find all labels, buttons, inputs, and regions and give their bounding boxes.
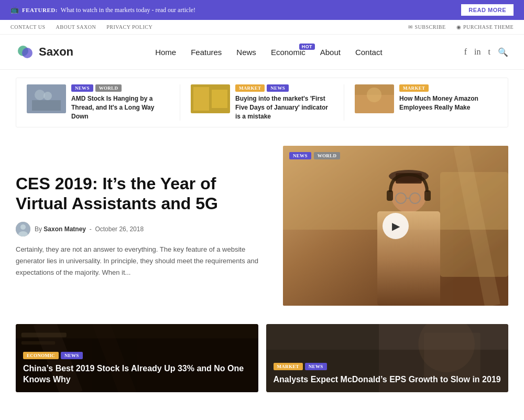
tag-group-3: MARKET [399,84,497,92]
svg-rect-7 [193,87,209,111]
hero-article-title: CES 2019: It’s the Year of Virtual Assis… [16,174,267,214]
featured-thumb-1 [27,84,66,113]
tag-news-1: NEWS [71,84,93,92]
tag-market-3: MARKET [399,84,429,92]
card-overlay-2: MARKET NEWS Analysts Expect McDonald’s E… [266,324,509,392]
nav-contact[interactable]: Contact [355,48,383,57]
featured-item-1[interactable]: NEWS WORLD AMD Stock Is Hanging by a Thr… [16,84,180,121]
nav-features[interactable]: Features [191,48,222,57]
twitter-icon[interactable]: t [488,47,490,57]
svg-point-11 [367,88,381,102]
bottom-card-1[interactable]: ECONOMIC NEWS China’s Best 2019 Stock Is… [16,324,258,392]
hero-tag-news: NEWS [289,152,311,159]
svg-rect-8 [212,90,227,108]
hero-tags: NEWS WORLD [289,152,340,159]
contact-us-link[interactable]: CONTACT US [10,24,46,30]
bottom-card-2[interactable]: MARKET NEWS Analysts Expect McDonald’s E… [266,324,509,392]
svg-point-3 [35,90,45,100]
subscribe-item[interactable]: ✉ SUBSCRIBE [408,24,445,30]
main-nav: Home Features News EconomicHOT About Con… [155,48,383,57]
top-banner: 📺 FEATURED: What to watch in the markets… [0,0,524,20]
facebook-icon[interactable]: f [464,47,467,57]
meta-text: By Saxon Matney - October 26, 2018 [35,225,144,233]
search-button[interactable]: 🔍 [498,47,508,57]
utility-links: CONTACT US ABOUT SAXON PRIVACY POLICY [10,24,152,30]
card-title-1: China’s Best 2019 Stock Is Already Up 33… [23,363,251,385]
logo[interactable]: Saxon [16,42,73,61]
email-icon: ✉ [408,24,413,30]
svg-point-13 [20,224,26,230]
featured-thumb-2 [191,84,230,113]
featured-title-2: Buying into the market's 'First Five Day… [235,94,333,121]
tag-group-2: MARKET NEWS [235,84,333,92]
svg-rect-21 [387,190,393,201]
tag-group-1: NEWS WORLD [71,84,169,92]
hero-image[interactable]: NEWS WORLD ▶ [283,146,508,306]
svg-rect-4 [32,100,61,111]
tag-world-1: WORLD [95,84,122,92]
card-tag-news-2: NEWS [305,363,327,370]
featured-item-2[interactable]: MARKET NEWS Buying into the market's 'Fi… [180,84,344,121]
utility-bar: CONTACT US ABOUT SAXON PRIVACY POLICY ✉ … [0,20,524,35]
featured-title-3: How Much Money Amazon Employees Really M… [399,94,497,112]
featured-thumb-3 [355,84,394,113]
card-tag-economic: ECONOMIC [23,352,59,359]
featured-label: FEATURED: [22,7,58,13]
about-saxon-link[interactable]: ABOUT SAXON [56,24,96,30]
nav-news[interactable]: News [236,48,256,57]
article-date: October 26, 2018 [95,225,144,233]
header-social: f in t 🔍 [464,47,508,57]
article-left: CES 2019: It’s the Year of Virtual Assis… [16,146,283,306]
author-avatar [16,222,30,236]
featured-content-1: NEWS WORLD AMD Stock Is Hanging by a Thr… [71,84,169,121]
svg-rect-22 [424,190,431,201]
read-more-button[interactable]: READ MORE [461,4,514,16]
card-tags-2: MARKET NEWS [274,363,501,370]
nav-home[interactable]: Home [155,48,176,57]
bottom-cards: ECONOMIC NEWS China’s Best 2019 Stock Is… [0,316,524,400]
featured-title-1: AMD Stock Is Hanging by a Thread, and It… [71,94,169,121]
tag-market-2: MARKET [235,84,265,92]
author-name[interactable]: Saxon Matney [43,225,86,233]
banner-text: What to watch in the markets today - rea… [61,6,195,14]
tag-news-2: NEWS [267,84,289,92]
theme-icon: ◉ [456,24,462,30]
header: Saxon Home Features News EconomicHOT Abo… [0,35,524,70]
subscribe-label: SUBSCRIBE [415,24,446,30]
featured-item-3[interactable]: MARKET How Much Money Amazon Employees R… [344,84,508,121]
card-title-2: Analysts Expect McDonald’s EPS Growth to… [274,374,501,385]
banner-left: 📺 FEATURED: What to watch in the markets… [10,6,195,14]
article-meta: By Saxon Matney - October 26, 2018 [16,222,267,236]
card-tag-news-1: NEWS [61,352,83,359]
nav-economic[interactable]: EconomicHOT [271,48,305,57]
article-excerpt: Certainly, they are not an answer to eve… [16,244,267,278]
svg-point-5 [43,92,52,100]
svg-point-1 [22,48,32,58]
featured-content-2: MARKET NEWS Buying into the market's 'Fi… [235,84,333,121]
play-button[interactable]: ▶ [383,213,409,239]
tv-icon: 📺 [10,6,19,14]
nav-about[interactable]: About [320,48,341,57]
purchase-theme-item[interactable]: ◉ PURCHASE THEME [456,24,514,30]
featured-content-3: MARKET How Much Money Amazon Employees R… [399,84,497,112]
hot-badge: HOT [299,44,315,50]
featured-strip: NEWS WORLD AMD Stock Is Hanging by a Thr… [16,78,508,127]
card-tag-market-2: MARKET [274,363,303,370]
article-right: NEWS WORLD ▶ [283,146,508,306]
purchase-theme-label: PURCHASE THEME [463,24,514,30]
linkedin-icon[interactable]: in [474,47,481,57]
logo-icon [16,42,35,61]
utility-right: ✉ SUBSCRIBE ◉ PURCHASE THEME [408,24,514,30]
hero-tag-world: WORLD [314,152,341,159]
logo-text: Saxon [39,45,73,59]
main-content: CES 2019: It’s the Year of Virtual Assis… [0,135,524,316]
card-overlay-1: ECONOMIC NEWS China’s Best 2019 Stock Is… [16,324,258,392]
privacy-policy-link[interactable]: PRIVACY POLICY [106,24,152,30]
card-tags-1: ECONOMIC NEWS [23,352,251,359]
